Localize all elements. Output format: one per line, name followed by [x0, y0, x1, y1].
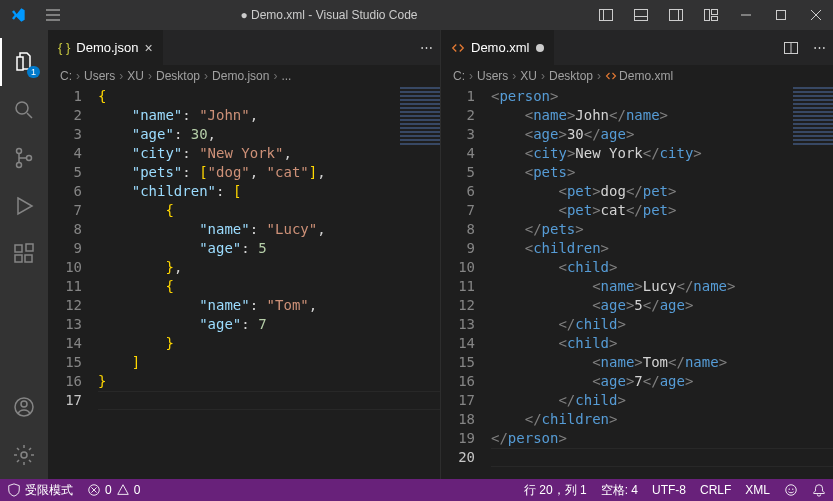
code-line[interactable]: } — [98, 334, 440, 353]
breadcrumb-segment[interactable]: Demo.json — [212, 69, 269, 83]
svg-rect-2 — [634, 10, 647, 21]
explorer-icon[interactable]: 1 — [0, 38, 48, 86]
code-line[interactable]: { — [98, 201, 440, 220]
breadcrumb-segment[interactable]: Desktop — [156, 69, 200, 83]
code-line[interactable]: <name>Tom</name> — [491, 353, 833, 372]
code-line[interactable]: "age": 5 — [98, 239, 440, 258]
code-line[interactable]: "pets": ["dog", "cat"], — [98, 163, 440, 182]
minimap[interactable] — [793, 87, 833, 147]
breadcrumb-segment[interactable]: C: — [453, 69, 465, 83]
search-icon[interactable] — [0, 86, 48, 134]
editor-pane-left: { } Demo.json × ⋯ C:›Users›XU›Desktop›De… — [48, 30, 440, 479]
svg-point-22 — [21, 452, 27, 458]
code-line[interactable]: ] — [98, 353, 440, 372]
breadcrumb-segment[interactable]: Desktop — [549, 69, 593, 83]
code-line[interactable]: <age>5</age> — [491, 296, 833, 315]
run-debug-icon[interactable] — [0, 182, 48, 230]
split-editor-icon[interactable] — [777, 40, 805, 56]
breadcrumb-segment[interactable]: XU — [127, 69, 144, 83]
feedback-icon[interactable] — [777, 479, 805, 501]
code-line[interactable]: </pets> — [491, 220, 833, 239]
tab-label: Demo.json — [76, 40, 138, 55]
toggle-panel-bottom-icon[interactable] — [623, 0, 658, 30]
problems-status[interactable]: 0 0 — [80, 479, 147, 501]
tab-label: Demo.xml — [471, 40, 530, 55]
source-control-icon[interactable] — [0, 134, 48, 182]
breadcrumb-segment[interactable]: C: — [60, 69, 72, 83]
tab-demo-json[interactable]: { } Demo.json × — [48, 30, 164, 65]
layout-controls — [588, 0, 728, 30]
svg-rect-16 — [15, 245, 22, 252]
code-line[interactable]: "children": [ — [98, 182, 440, 201]
code-line[interactable]: </child> — [491, 391, 833, 410]
cursor-position[interactable]: 行 20，列 1 — [517, 479, 594, 501]
code-line[interactable]: "city": "New York", — [98, 144, 440, 163]
code-line[interactable]: "age": 7 — [98, 315, 440, 334]
code-line[interactable] — [98, 391, 440, 410]
close-button[interactable] — [798, 0, 833, 30]
breadcrumb-right[interactable]: C:›Users›XU›Desktop› Demo.xml — [441, 65, 833, 87]
more-actions-icon[interactable]: ⋯ — [805, 40, 833, 55]
code-line[interactable]: <person> — [491, 87, 833, 106]
code-line[interactable] — [491, 448, 833, 467]
minimize-button[interactable] — [728, 0, 763, 30]
title-bar: ● Demo.xml - Visual Studio Code — [0, 0, 833, 30]
breadcrumb-segment[interactable]: ... — [281, 69, 291, 83]
code-line[interactable]: }, — [98, 258, 440, 277]
menu-button[interactable] — [35, 7, 70, 23]
settings-gear-icon[interactable] — [0, 431, 48, 479]
svg-rect-0 — [599, 10, 612, 21]
tab-demo-xml[interactable]: Demo.xml — [441, 30, 555, 65]
minimap[interactable] — [400, 87, 440, 147]
code-line[interactable]: "name": "Tom", — [98, 296, 440, 315]
code-line[interactable]: { — [98, 277, 440, 296]
svg-point-11 — [16, 102, 28, 114]
toggle-panel-right-icon[interactable] — [658, 0, 693, 30]
code-line[interactable]: "name": "John", — [98, 106, 440, 125]
code-line[interactable]: <pets> — [491, 163, 833, 182]
restricted-mode[interactable]: 受限模式 — [0, 479, 80, 501]
code-line[interactable]: <child> — [491, 258, 833, 277]
notifications-icon[interactable] — [805, 479, 833, 501]
code-editor-left[interactable]: 1234567891011121314151617 { "name": "Joh… — [48, 87, 440, 479]
code-line[interactable]: } — [98, 372, 440, 391]
accounts-icon[interactable] — [0, 383, 48, 431]
svg-point-21 — [21, 401, 27, 407]
code-line[interactable]: "age": 30, — [98, 125, 440, 144]
breadcrumb-segment[interactable]: XU — [520, 69, 537, 83]
code-line[interactable]: <pet>cat</pet> — [491, 201, 833, 220]
breadcrumb-segment[interactable]: Users — [84, 69, 115, 83]
code-line[interactable]: <pet>dog</pet> — [491, 182, 833, 201]
svg-point-13 — [17, 149, 22, 154]
code-line[interactable]: </children> — [491, 410, 833, 429]
extensions-icon[interactable] — [0, 230, 48, 278]
more-actions-icon[interactable]: ⋯ — [412, 40, 440, 55]
close-icon[interactable]: × — [144, 40, 152, 56]
code-line[interactable]: <age>7</age> — [491, 372, 833, 391]
breadcrumb-segment[interactable]: Users — [477, 69, 508, 83]
code-line[interactable]: </child> — [491, 315, 833, 334]
toggle-panel-left-icon[interactable] — [588, 0, 623, 30]
eol[interactable]: CRLF — [693, 479, 738, 501]
svg-rect-19 — [26, 244, 33, 251]
code-line[interactable]: { — [98, 87, 440, 106]
customize-layout-icon[interactable] — [693, 0, 728, 30]
code-line[interactable]: <children> — [491, 239, 833, 258]
code-editor-right[interactable]: 1234567891011121314151617181920 <person>… — [441, 87, 833, 479]
xml-file-icon — [451, 41, 465, 55]
code-line[interactable]: <name>Lucy</name> — [491, 277, 833, 296]
code-line[interactable]: <child> — [491, 334, 833, 353]
code-line[interactable]: </person> — [491, 429, 833, 448]
breadcrumb-left[interactable]: C:›Users›XU›Desktop›Demo.json›... — [48, 65, 440, 87]
editor-pane-right: Demo.xml ⋯ C:›Users›XU›Desktop› Demo.xml… — [440, 30, 833, 479]
encoding[interactable]: UTF-8 — [645, 479, 693, 501]
svg-rect-7 — [711, 10, 717, 15]
code-line[interactable]: <age>30</age> — [491, 125, 833, 144]
language-mode[interactable]: XML — [738, 479, 777, 501]
breadcrumb-segment[interactable]: Demo.xml — [619, 69, 673, 83]
code-line[interactable]: <city>New York</city> — [491, 144, 833, 163]
code-line[interactable]: "name": "Lucy", — [98, 220, 440, 239]
maximize-button[interactable] — [763, 0, 798, 30]
code-line[interactable]: <name>John</name> — [491, 106, 833, 125]
indentation[interactable]: 空格: 4 — [594, 479, 645, 501]
